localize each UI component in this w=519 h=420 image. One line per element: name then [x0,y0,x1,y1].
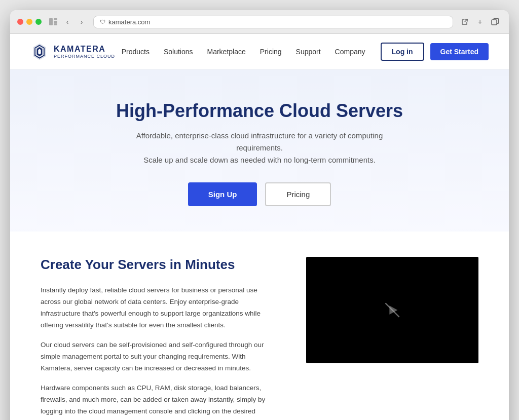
nav-solutions[interactable]: Solutions [164,48,193,56]
svg-rect-1 [54,18,57,20]
pricing-button[interactable]: Pricing [265,182,331,206]
nav-support[interactable]: Support [296,48,321,56]
maximize-button[interactable] [35,19,42,25]
nav-buttons: ‹ › [47,15,88,28]
logo-area: KAMATERA PERFORMANCE CLOUD [30,43,115,61]
security-icon: 🛡 [100,19,105,25]
browser-actions: + [458,15,502,28]
get-started-button[interactable]: Get Started [430,43,489,60]
hero-section: High-Performance Cloud Servers Affordabl… [10,69,509,232]
svg-rect-0 [49,18,53,25]
content-para-1: Instantly deploy fast, reliable cloud se… [41,285,276,331]
nav-actions: Log in Get Started [381,43,489,61]
hero-title: High-Performance Cloud Servers [30,100,489,122]
forward-button[interactable]: › [75,15,88,28]
login-button[interactable]: Log in [381,43,424,61]
minimize-button[interactable] [26,19,32,25]
sidebar-toggle-button[interactable] [47,15,60,28]
nav-products[interactable]: Products [122,48,150,56]
hero-subtitle: Affordable, enterprise-class cloud infra… [123,130,396,166]
main-content: Create Your Servers in Minutes Instantly… [10,232,509,420]
video-player[interactable] [306,257,478,363]
share-button[interactable] [458,15,471,28]
logo-name: KAMATERA [54,45,115,54]
signup-button[interactable]: Sign Up [188,182,257,206]
page-content: KAMATERA PERFORMANCE CLOUD Products Solu… [10,34,509,420]
svg-rect-2 [54,21,57,23]
close-button[interactable] [17,19,23,25]
logo-subtitle: PERFORMANCE CLOUD [54,54,115,59]
navigation-bar: KAMATERA PERFORMANCE CLOUD Products Solu… [10,34,509,69]
play-icon [382,300,402,320]
windows-button[interactable] [489,15,502,28]
back-button[interactable]: ‹ [61,15,74,28]
content-para-2: Our cloud servers can be self-provisione… [41,339,276,374]
svg-rect-4 [492,20,497,25]
traffic-lights [17,19,42,25]
new-tab-button[interactable]: + [473,15,487,28]
address-bar[interactable]: 🛡 kamatera.com [93,16,453,28]
content-para-3: Hardware components such as CPU, RAM, di… [41,383,276,420]
nav-links: Products Solutions Marketplace Pricing S… [122,48,365,56]
svg-rect-3 [54,23,57,25]
nav-marketplace[interactable]: Marketplace [207,48,246,56]
play-button[interactable] [380,297,405,323]
hero-buttons: Sign Up Pricing [30,182,489,206]
content-left: Create Your Servers in Minutes Instantly… [41,257,276,420]
browser-window: ‹ › 🛡 kamatera.com + [10,10,509,420]
logo-text: KAMATERA PERFORMANCE CLOUD [54,45,115,59]
url-text: kamatera.com [108,18,150,26]
svg-marker-8 [38,49,41,54]
browser-toolbar: ‹ › 🛡 kamatera.com + [10,10,509,34]
nav-company[interactable]: Company [335,48,365,56]
content-right [306,257,478,363]
svg-marker-9 [389,306,397,315]
logo-icon [30,43,49,61]
nav-pricing[interactable]: Pricing [260,48,282,56]
section-title: Create Your Servers in Minutes [41,257,276,273]
